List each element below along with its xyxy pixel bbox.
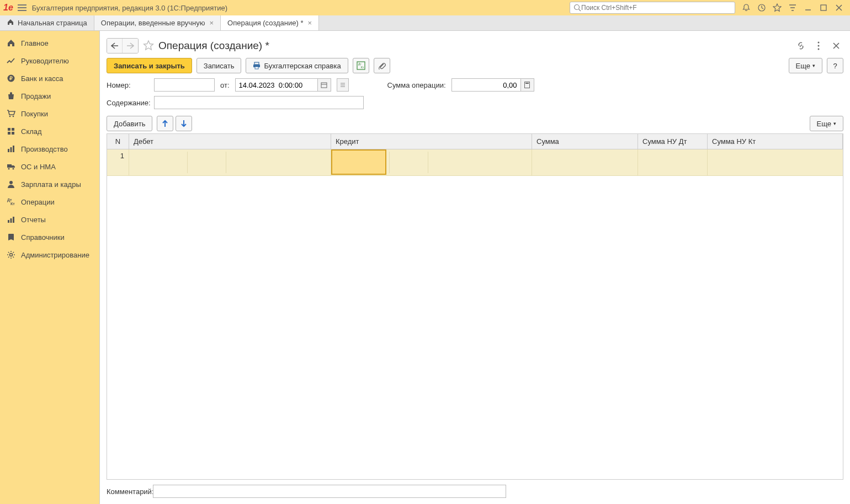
move-down-button[interactable]	[176, 116, 192, 131]
date-extra-button[interactable]	[337, 78, 349, 92]
sidebar-item-main[interactable]: Главное	[0, 34, 99, 52]
cell-nuk[interactable]	[708, 149, 843, 175]
sidebar-item-admin[interactable]: Администрирование	[0, 246, 99, 264]
table-row[interactable]: 1	[107, 149, 843, 176]
menu-icon[interactable]	[18, 4, 26, 11]
close-icon[interactable]	[831, 0, 847, 15]
minimize-icon[interactable]	[800, 0, 816, 15]
sum-input-group	[451, 78, 534, 92]
col-nud[interactable]: Сумма НУ Дт	[638, 134, 708, 149]
star-icon[interactable]	[769, 0, 785, 15]
calendar-icon	[321, 82, 327, 88]
add-row-button[interactable]: Добавить	[107, 116, 152, 131]
sidebar-label: Отчеты	[21, 216, 46, 224]
truck-icon	[7, 162, 15, 171]
svg-rect-12	[12, 132, 14, 135]
cell-sum[interactable]	[532, 149, 638, 175]
sidebar-item-reports[interactable]: Отчеты	[0, 211, 99, 228]
tab-operations-list[interactable]: Операции, введенные вручную ×	[94, 15, 221, 30]
calc-button[interactable]	[521, 78, 534, 92]
printer-icon	[253, 62, 261, 69]
tab-label: Операции, введенные вручную	[101, 19, 205, 27]
sidebar-item-bank[interactable]: ₽Банк и касса	[0, 69, 99, 87]
sidebar-label: Банк и касса	[21, 74, 63, 83]
sidebar-item-catalogs[interactable]: Справочники	[0, 228, 99, 246]
tab-close-icon[interactable]: ×	[210, 19, 214, 27]
search-box[interactable]	[570, 2, 735, 14]
dtkt-button[interactable]: ДтКт	[353, 58, 369, 73]
list-icon	[340, 82, 346, 88]
comment-input[interactable]	[153, 485, 506, 498]
search-input[interactable]	[581, 4, 731, 12]
app-logo: 1e	[3, 3, 13, 13]
help-button[interactable]: ?	[827, 58, 843, 73]
button-label: Записать	[204, 62, 235, 70]
sidebar-item-sales[interactable]: Продажи	[0, 87, 99, 105]
sidebar-item-production[interactable]: Производство	[0, 140, 99, 158]
col-debit[interactable]: Дебет	[129, 134, 331, 149]
tab-home[interactable]: Начальная страница	[0, 15, 94, 30]
history-icon[interactable]	[754, 0, 769, 15]
comment-label: Комментарий:	[107, 487, 148, 496]
sidebar: Главное Руководителю ₽Банк и касса Прода…	[0, 31, 99, 504]
col-sum[interactable]: Сумма	[532, 134, 638, 149]
save-close-button[interactable]: Записать и закрыть	[107, 58, 192, 73]
sidebar-item-operations[interactable]: ДтКтОперации	[0, 193, 99, 211]
svg-point-0	[575, 5, 580, 10]
save-button[interactable]: Записать	[196, 58, 242, 73]
svg-text:₽: ₽	[9, 76, 13, 81]
ruble-icon: ₽	[7, 74, 15, 83]
sum-label: Сумма операции:	[387, 81, 446, 89]
svg-point-16	[8, 168, 10, 170]
sidebar-label: Операции	[21, 198, 55, 206]
move-up-button[interactable]	[157, 116, 173, 131]
dtkt-icon: ДтКт	[357, 61, 365, 70]
chart-icon	[7, 144, 15, 153]
tab-operation-create[interactable]: Операция (создание) * ×	[221, 15, 319, 30]
svg-rect-22	[10, 218, 12, 223]
sidebar-item-payroll[interactable]: Зарплата и кадры	[0, 175, 99, 193]
active-cell[interactable]	[331, 149, 386, 175]
book-icon	[7, 233, 15, 242]
forward-button[interactable]	[123, 39, 138, 53]
sidebar-item-purchases[interactable]: Покупки	[0, 105, 99, 122]
sidebar-item-warehouse[interactable]: Склад	[0, 122, 99, 140]
kebab-icon[interactable]	[811, 39, 826, 53]
bell-icon[interactable]	[739, 0, 754, 15]
content-input[interactable]	[154, 96, 364, 109]
cell-n[interactable]: 1	[107, 149, 129, 175]
svg-rect-10	[12, 128, 14, 131]
date-input[interactable]	[235, 78, 318, 92]
button-label: Еще	[796, 62, 810, 70]
app-title: Бухгалтерия предприятия, редакция 3.0 (1…	[32, 4, 227, 12]
sidebar-label: Зарплата и кадры	[21, 180, 81, 189]
sidebar-item-assets[interactable]: ОС и НМА	[0, 158, 99, 175]
svg-rect-11	[8, 132, 10, 135]
cell-debit[interactable]	[129, 149, 331, 175]
favorite-star-icon[interactable]	[143, 40, 154, 52]
close-page-icon[interactable]	[829, 39, 843, 53]
number-input[interactable]	[154, 78, 215, 92]
calendar-button[interactable]	[318, 78, 331, 92]
cell-nud[interactable]	[638, 149, 708, 175]
print-button[interactable]: Бухгалтерская справка	[246, 58, 348, 73]
col-nuk[interactable]: Сумма НУ Кт	[708, 134, 843, 149]
table-more-button[interactable]: Еще▾	[810, 116, 843, 131]
nav-buttons	[107, 38, 139, 53]
svg-point-8	[13, 116, 14, 117]
maximize-icon[interactable]	[816, 0, 831, 15]
svg-line-1	[579, 9, 581, 12]
tab-close-icon[interactable]: ×	[308, 19, 312, 27]
link-icon[interactable]	[794, 39, 808, 53]
back-button[interactable]	[107, 39, 123, 53]
form-row-comment: Комментарий:	[107, 483, 843, 500]
sidebar-label: Покупки	[21, 110, 48, 118]
cell-credit[interactable]	[331, 149, 532, 175]
filter-icon[interactable]	[785, 0, 800, 15]
col-credit[interactable]: Кредит	[331, 134, 532, 149]
col-n[interactable]: N	[107, 134, 129, 149]
sidebar-item-manager[interactable]: Руководителю	[0, 52, 99, 69]
sum-input[interactable]	[451, 78, 521, 92]
more-button[interactable]: Еще▾	[789, 58, 822, 73]
attach-button[interactable]	[374, 58, 390, 73]
